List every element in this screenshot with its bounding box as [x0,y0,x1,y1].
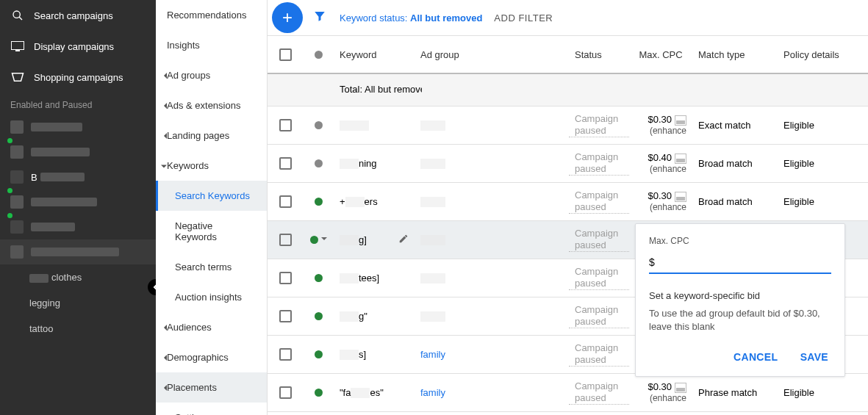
currency-symbol: $ [649,256,655,268]
row-checkbox[interactable] [279,310,292,322]
adgroup-link[interactable]: family [420,349,445,360]
campaign-icon [10,220,24,234]
row-checkbox[interactable] [279,234,292,246]
policy-cell: Eligible [778,387,848,398]
adgroup-cell [415,120,569,131]
select-all-checkbox[interactable] [279,48,292,61]
save-button[interactable]: SAVE [797,347,831,367]
match-cell: Phrase match [692,387,778,398]
status-dot-icon [315,389,323,397]
status-cell: Campaignpaused [569,151,629,175]
nav-label: Search campaigns [34,10,113,21]
adgroup-link[interactable]: clothes [0,264,156,290]
status-dot-icon [315,312,323,320]
status-dot-icon [315,350,323,358]
nav-auction-insights[interactable]: Auction insights [156,282,267,312]
status-dot-icon [315,274,323,282]
keyword-cell: +ers [334,196,415,208]
edit-icon[interactable] [398,234,409,246]
row-checkbox[interactable] [279,386,292,399]
adgroup-cell [415,158,569,170]
adgroup-link[interactable]: tattoo [0,316,156,342]
col-maxcpc[interactable]: Max. CPC [629,49,692,60]
nav-landing-pages[interactable]: Landing pages [156,120,267,151]
campaign-item[interactable] [0,140,156,165]
nav-keywords[interactable]: Keywords [156,151,267,181]
image-icon [675,383,686,393]
svg-rect-2 [12,42,24,50]
campaign-item-selected[interactable] [0,239,156,264]
add-filter-button[interactable]: ADD FILTER [494,12,553,24]
col-policy[interactable]: Policy details [778,49,848,60]
campaign-icon [10,145,24,159]
nav-ad-groups[interactable]: Ad groups [156,60,267,90]
nav-negative-keywords[interactable]: Negative Keywords [156,211,267,252]
col-status[interactable]: Status [569,49,629,60]
filter-chip[interactable]: Keyword status: All but removed [340,12,482,24]
nav-search-keywords[interactable]: Search Keywords [156,181,267,211]
image-icon [675,192,686,202]
total-label: Total: All but removed keyw… [340,84,422,95]
nav-display-campaigns[interactable]: Display campaigns [0,31,156,62]
campaign-icon [10,120,24,134]
cpc-cell[interactable]: $0.30(enhance [629,191,692,212]
cpc-input[interactable] [659,256,831,268]
row-checkbox[interactable] [279,348,292,361]
col-matchtype[interactable]: Match type [692,49,778,60]
dropdown-icon[interactable] [321,237,327,243]
table-row[interactable]: +ers Campaignpaused$0.30(enhanceBroad ma… [268,183,868,221]
nav-recommendations[interactable]: Recommendations [156,0,267,30]
policy-cell: Eligible [778,158,848,169]
nav-search-campaigns[interactable]: Search campaigns [0,0,156,31]
image-icon [675,154,686,164]
table-row[interactable]: ning Campaignpaused$0.40(enhanceBroad ma… [268,145,868,183]
campaign-item[interactable]: B [0,165,156,190]
nav-campaigns-filter-label: Enabled and Paused [0,93,156,115]
nav-label: Shopping campaigns [34,72,123,83]
nav-demographics[interactable]: Demographics [156,342,267,372]
adgroup-cell [415,273,569,284]
nav-placements[interactable]: Placements [156,372,267,403]
row-checkbox[interactable] [279,157,292,170]
campaign-item[interactable] [0,214,156,239]
cpc-cell[interactable]: $0.30(enhance [629,115,692,136]
table-row[interactable]: "faes"familyCampaignpaused$0.30(enhanceP… [268,374,868,412]
nav-search-terms[interactable]: Search terms [156,252,267,282]
search-icon [10,9,25,22]
nav-shopping-campaigns[interactable]: Shopping campaigns [0,62,156,93]
nav-ads-extensions[interactable]: Ads & extensions [156,90,267,120]
adgroup-cell: family [415,349,569,360]
campaign-icon [10,170,24,184]
nav-audiences[interactable]: Audiences [156,312,267,342]
add-keyword-button[interactable]: + [272,2,303,33]
status-dot-header-icon [315,51,323,59]
adgroup-cell [415,311,569,322]
status-cell: Campaignpaused [569,190,629,213]
adgroup-link[interactable]: legging [0,290,156,316]
campaign-item[interactable] [0,115,156,140]
col-keyword[interactable]: Keyword [334,49,415,60]
popover-msg-secondary: To use the ad group default bid of $0.30… [649,307,831,333]
policy-cell: Eligible [778,120,848,131]
nav-insights[interactable]: Insights [156,30,267,60]
campaign-nav: Search campaigns Display campaigns Shopp… [0,0,156,415]
campaign-label: B [31,172,37,183]
keyword-cell: tees] [334,273,415,284]
filter-icon[interactable] [313,10,326,26]
row-checkbox[interactable] [279,119,292,131]
campaign-item[interactable] [0,190,156,214]
keyword-cell [334,120,415,131]
row-checkbox[interactable] [279,195,292,208]
cpc-cell[interactable]: $0.30(enhance [629,382,692,403]
col-adgroup[interactable]: Ad group [415,49,569,60]
table-row[interactable]: Campaignpaused$0.30(enhanceExact matchEl… [268,107,868,145]
table-toolbar: + Keyword status: All but removed ADD FI… [268,0,868,35]
svg-rect-3 [15,50,20,51]
keyword-cell: ning [334,158,415,170]
cancel-button[interactable]: CANCEL [731,347,781,367]
adgroup-link[interactable]: family [420,387,445,398]
cpc-cell[interactable]: $0.40(enhance [629,153,692,174]
match-cell: Broad match [692,158,778,169]
row-checkbox[interactable] [279,272,292,284]
nav-settings[interactable]: Settings [156,403,267,415]
